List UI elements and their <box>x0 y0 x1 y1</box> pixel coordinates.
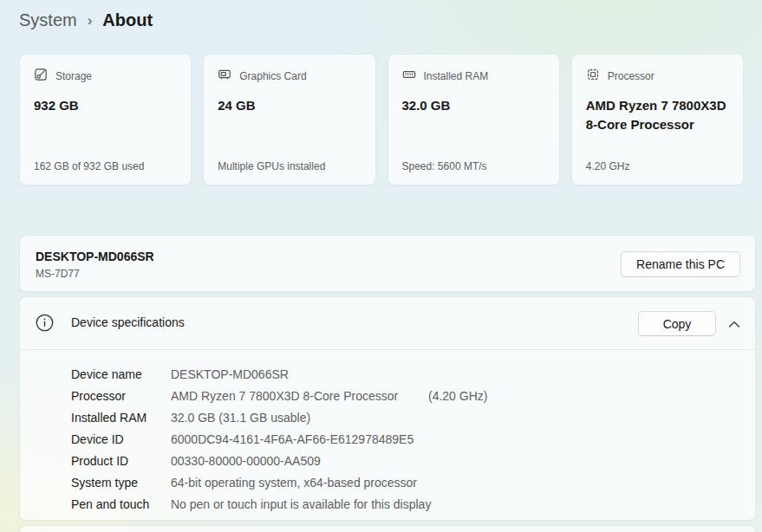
divider <box>20 349 755 350</box>
spec-label: Device name <box>71 367 171 381</box>
table-row: Installed RAM 32.0 GB (31.1 GB usable) <box>71 406 738 428</box>
spec-label: System type <box>71 476 171 490</box>
device-model: MS-7D77 <box>36 268 80 280</box>
installed-ram-card[interactable]: Installed RAM 32.0 GB Speed: 5600 MT/s <box>388 54 560 185</box>
ram-card-value: 32.0 GB <box>402 96 545 115</box>
spec-value: 00330-80000-00000-AA509 <box>171 454 738 468</box>
spec-value: 64-bit operating system, x64-based proce… <box>171 476 738 490</box>
rename-pc-button[interactable]: Rename this PC <box>621 251 740 277</box>
next-section-card-partial[interactable] <box>19 525 756 532</box>
spec-value: 6000DC94-4161-4F6A-AF66-E612978489E5 <box>171 432 738 446</box>
cpu-card-detail: 4.20 GHz <box>586 160 630 172</box>
device-specifications-title: Device specifications <box>71 315 185 329</box>
spec-value: No pen or touch input is available for t… <box>171 497 738 511</box>
table-row: Processor AMD Ryzen 7 7800X3D 8-Core Pro… <box>71 385 738 406</box>
device-name-panel: DESKTOP-MD066SR MS-7D77 Rename this PC <box>19 235 756 292</box>
spec-value: 32.0 GB (31.1 GB usable) <box>171 411 738 425</box>
info-icon <box>36 314 54 332</box>
gpu-card-label: Graphics Card <box>239 70 306 82</box>
table-row: Device name DESKTOP-MD066SR <box>71 363 738 385</box>
spec-value: DESKTOP-MD066SR <box>171 367 738 381</box>
summary-cards: Storage 932 GB 162 GB of 932 GB used Gra… <box>19 54 744 185</box>
table-row: System type 64-bit operating system, x64… <box>71 471 738 493</box>
spec-label: Pen and touch <box>71 497 171 511</box>
storage-card[interactable]: Storage 932 GB 162 GB of 932 GB used <box>19 54 192 185</box>
cpu-card-value: AMD Ryzen 7 7800X3D 8-Core Processor <box>586 96 729 134</box>
copy-button[interactable]: Copy <box>638 311 716 336</box>
breadcrumb-system-link[interactable]: System <box>19 10 77 30</box>
storage-card-value: 932 GB <box>34 96 177 115</box>
breadcrumb: System › About <box>19 10 153 30</box>
device-name: DESKTOP-MD066SR <box>36 250 154 263</box>
chevron-up-icon[interactable] <box>724 316 745 332</box>
gpu-icon <box>218 68 231 85</box>
storage-icon <box>34 68 48 85</box>
cpu-icon <box>586 68 600 85</box>
device-specifications-panel: Device specifications Copy Device name D… <box>19 296 756 521</box>
device-specifications-table: Device name DESKTOP-MD066SR Processor AM… <box>71 363 738 515</box>
device-specifications-header[interactable]: Device specifications Copy <box>20 297 755 349</box>
table-row: Device ID 6000DC94-4161-4F6A-AF66-E61297… <box>71 428 738 450</box>
breadcrumb-separator-icon: › <box>88 11 93 29</box>
spec-value-main: AMD Ryzen 7 7800X3D 8-Core Processor <box>171 389 398 403</box>
spec-label: Installed RAM <box>71 411 171 425</box>
spec-label: Product ID <box>71 454 171 468</box>
spec-value: AMD Ryzen 7 7800X3D 8-Core Processor (4.… <box>171 389 738 403</box>
page-title: About <box>102 10 153 30</box>
table-row: Pen and touch No pen or touch input is a… <box>71 493 738 515</box>
spec-label: Device ID <box>71 432 171 446</box>
storage-card-label: Storage <box>55 70 92 82</box>
ram-card-label: Installed RAM <box>424 70 489 82</box>
processor-card[interactable]: Processor AMD Ryzen 7 7800X3D 8-Core Pro… <box>571 54 744 185</box>
table-row: Product ID 00330-80000-00000-AA509 <box>71 450 738 471</box>
storage-card-detail: 162 GB of 932 GB used <box>34 160 144 172</box>
gpu-card-detail: Multiple GPUs installed <box>218 160 325 172</box>
ram-icon <box>402 68 416 85</box>
gpu-card-value: 24 GB <box>218 96 361 115</box>
ram-card-detail: Speed: 5600 MT/s <box>402 160 487 172</box>
spec-label: Processor <box>71 389 171 403</box>
graphics-card-card[interactable]: Graphics Card 24 GB Multiple GPUs instal… <box>203 54 375 185</box>
cpu-card-label: Processor <box>608 70 655 82</box>
spec-value-extra: (4.20 GHz) <box>428 389 487 403</box>
